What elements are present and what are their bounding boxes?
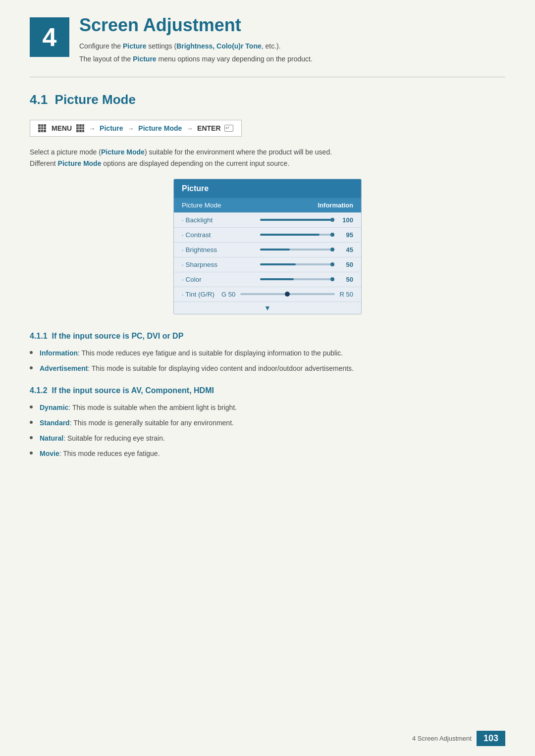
picture-mode-bold: Picture Mode (101, 148, 145, 156)
bullet-text: Standard: This mode is generally suitabl… (40, 418, 234, 428)
bullet-text: Movie: This mode reduces eye fatigue. (40, 449, 160, 459)
brightness-label: · Brightness (182, 246, 256, 253)
picture-menu: Picture Picture Mode Information · Backl… (173, 179, 362, 314)
adv-bold: Advertisement (40, 364, 88, 372)
page-footer: 4 Screen Adjustment 103 (412, 731, 505, 746)
backlight-dot (330, 218, 334, 222)
tint-slider[interactable] (240, 293, 334, 295)
contrast-row[interactable]: · Contrast 95 (174, 228, 361, 243)
list-item: Information: This mode reduces eye fatig… (30, 348, 505, 358)
arrow-3: → (186, 125, 193, 132)
tint-label: · Tint (G/R) (182, 291, 221, 298)
dynamic-bold: Dynamic (40, 403, 68, 411)
backlight-label: · Backlight (182, 216, 256, 224)
brightness-value: 45 (338, 246, 353, 253)
footer-text: 4 Screen Adjustment (412, 735, 472, 742)
menu-grid-icon (38, 124, 46, 132)
tint-row[interactable]: · Tint (G/R) G 50 R 50 (174, 287, 361, 302)
arrow-2: → (127, 125, 134, 132)
bullet-text: Information: This mode reduces eye fatig… (40, 348, 343, 358)
chapter-text-block: Screen Adjustment Configure the Picture … (79, 15, 505, 67)
section-4-1: 4.1 Picture Mode MENU → Picture → Pictur… (0, 92, 535, 459)
sharpness-value: 50 (338, 261, 353, 268)
bullet-dot (30, 436, 33, 439)
section-4-1-1-list: Information: This mode reduces eye fatig… (30, 348, 505, 374)
section-4-1-2-list: Dynamic: This mode is suitable when the … (30, 403, 505, 459)
color-label: · Color (182, 276, 256, 283)
list-item: Advertisement: This mode is suitable for… (30, 363, 505, 374)
picture-bold-2: Picture (133, 55, 156, 63)
bullet-text: Natural: Suitable for reducing eye strai… (40, 433, 165, 444)
page-number: 103 (477, 731, 505, 746)
chapter-header: 4 Screen Adjustment Configure the Pictur… (0, 0, 535, 77)
path-picture: Picture (98, 124, 125, 132)
picture-mode-bold-2: Picture Mode (58, 159, 102, 167)
section-4-1-2: 4.1.2 If the input source is AV, Compone… (30, 386, 505, 459)
bullet-dot (30, 452, 33, 454)
path-enter: ENTER (195, 124, 220, 132)
bullet-dot (30, 421, 33, 424)
contrast-dot (330, 233, 334, 237)
brightness-row[interactable]: · Brightness 45 (174, 243, 361, 257)
standard-bold: Standard (40, 419, 70, 427)
picture-menu-header: Picture (174, 179, 361, 198)
section-4-1-title: 4.1 Picture Mode (30, 92, 505, 107)
chapter-title: Screen Adjustment (79, 15, 505, 36)
path-picture-mode: Picture Mode (136, 124, 184, 132)
sharpness-label: · Sharpness (182, 261, 256, 268)
bullet-text: Dynamic: This mode is suitable when the … (40, 403, 237, 413)
color-row[interactable]: · Color 50 (174, 272, 361, 287)
grid-icon-2 (76, 124, 84, 132)
sharpness-row[interactable]: · Sharpness 50 (174, 257, 361, 272)
subsection-4-1-2-title: 4.1.2 If the input source is AV, Compone… (30, 386, 505, 395)
list-item: Natural: Suitable for reducing eye strai… (30, 433, 505, 444)
section-4-1-1: 4.1.1 If the input source is PC, DVI or … (30, 332, 505, 374)
contrast-fill (260, 234, 320, 236)
tint-g-label: G 50 (221, 291, 235, 298)
color-fill (260, 278, 294, 280)
bullet-dot (30, 366, 33, 369)
menu-path: MENU → Picture → Picture Mode → ENTER (30, 120, 242, 137)
section-body-text: Select a picture mode (Picture Mode) sui… (30, 147, 505, 169)
picture-mode-row[interactable]: Picture Mode Information (174, 198, 361, 213)
natural-bold: Natural (40, 434, 63, 442)
list-item: Movie: This mode reduces eye fatigue. (30, 449, 505, 459)
bullet-dot (30, 405, 33, 408)
backlight-row[interactable]: · Backlight 100 (174, 213, 361, 228)
bullet-text: Advertisement: This mode is suitable for… (40, 363, 354, 374)
picture-mode-value: Information (318, 202, 354, 209)
picture-bold-1: Picture (123, 42, 146, 50)
color-value: 50 (338, 276, 353, 283)
sharpness-dot (330, 262, 334, 266)
tint-r-label: R 50 (340, 291, 353, 298)
list-item: Standard: This mode is generally suitabl… (30, 418, 505, 428)
enter-icon (224, 125, 233, 132)
color-slider[interactable] (260, 278, 334, 280)
backlight-slider[interactable] (260, 219, 334, 221)
picture-menu-container: Picture Picture Mode Information · Backl… (30, 179, 505, 314)
menu-label: MENU (52, 124, 72, 132)
movie-bold: Movie (40, 450, 59, 457)
brightness-dot (330, 248, 334, 252)
picture-mode-label: Picture Mode (182, 202, 318, 209)
bullet-dot (30, 351, 33, 354)
tint-dot (285, 292, 290, 297)
list-item: Dynamic: This mode is suitable when the … (30, 403, 505, 413)
section-divider (30, 77, 505, 77)
settings-bold: Brightness, Colo(u)r Tone (176, 42, 262, 50)
sharpness-fill (260, 263, 296, 265)
sharpness-slider[interactable] (260, 263, 334, 265)
info-bold: Information (40, 349, 78, 357)
arrow-1: → (89, 125, 95, 132)
contrast-slider[interactable] (260, 234, 334, 236)
contrast-label: · Contrast (182, 231, 256, 239)
contrast-value: 95 (338, 231, 353, 239)
backlight-value: 100 (338, 216, 353, 224)
backlight-fill (260, 219, 331, 221)
menu-scroll-arrow[interactable]: ▼ (174, 302, 361, 314)
brightness-fill (260, 249, 290, 251)
subsection-4-1-1-title: 4.1.1 If the input source is PC, DVI or … (30, 332, 505, 341)
chapter-number: 4 (30, 17, 69, 57)
chapter-description: Configure the Picture settings (Brightne… (79, 41, 505, 65)
brightness-slider[interactable] (260, 249, 334, 251)
